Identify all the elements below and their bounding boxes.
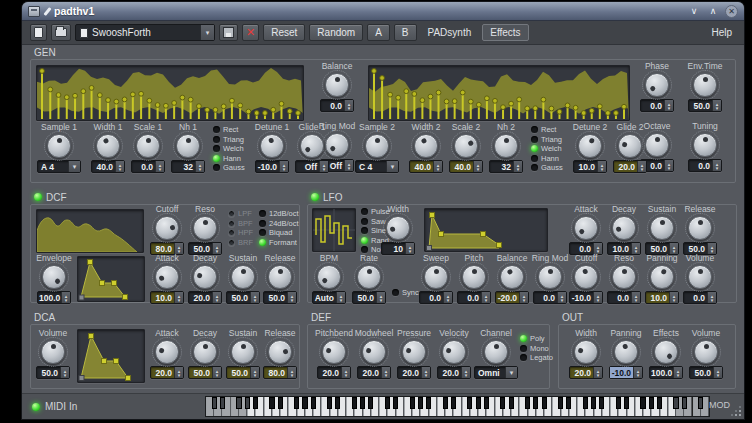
lfo-reso[interactable]: Reso0.0▴▾ [606,254,642,304]
gen-osc2-nh-knob[interactable] [494,134,518,158]
black-key[interactable] [467,397,472,409]
lfo-panning-knob[interactable] [650,265,674,289]
dcf-sustain[interactable]: Sustain50.0▴▾ [225,254,261,304]
gen-balance[interactable]: Balance0.0▴▾ [311,62,363,112]
preset-dropdown-arrow[interactable]: ▾ [200,25,214,40]
tab-effects[interactable]: Effects [482,24,528,41]
black-key[interactable] [624,397,629,409]
b-button[interactable]: B [394,24,417,41]
out-volume[interactable]: Volume50.0▴▾ [687,329,725,379]
lfo-bpm[interactable]: BPMAuto▴▾ [310,254,348,304]
gen-osc1-width-value-box[interactable]: 40.0▴▾ [91,160,125,173]
dca-sustain-knob[interactable] [231,340,255,364]
gen-osc1-width-knob[interactable] [96,134,120,158]
gen-osc1-detune-knob[interactable] [260,134,284,158]
dca-decay-knob[interactable] [193,340,217,364]
gen-osc1-scale[interactable]: Scale 10.0▴▾ [129,123,167,173]
lfo-reso-spin-buttons[interactable]: ▴▾ [631,292,640,303]
lfo-volume-value-box[interactable]: 0.0▴▾ [683,291,717,304]
dca-volume-value-box[interactable]: 50.0▴▾ [36,366,70,379]
gen-osc1-scale-value-box[interactable]: 0.0▴▾ [131,160,165,173]
def-channel-value-box[interactable]: Omni▾ [474,366,518,379]
out-width-value-box[interactable]: 20.0▴▾ [569,366,603,379]
dca-release[interactable]: Release80.0▴▾ [262,329,298,379]
dcf-sustain-value-box[interactable]: 50.0▴▾ [226,291,260,304]
gen-envtime-value-box[interactable]: 50.0▴▾ [688,99,722,112]
gen-osc1-width[interactable]: Width 140.0▴▾ [89,123,127,173]
lfo-cutoff-knob[interactable] [574,265,598,289]
dcf-filter-type-option-bpf[interactable]: BPF [228,220,253,227]
lfo-bpm-value-box[interactable]: Auto▴▾ [312,291,346,304]
lfo-sweep[interactable]: Sweep0.0▴▾ [418,254,454,304]
dcf-decay[interactable]: Decay20.0▴▾ [187,254,223,304]
black-key[interactable] [640,397,645,409]
gen-osc1-detune[interactable]: Detune 1-10.0▴▾ [253,123,291,173]
gen-envtime-spin-buttons[interactable]: ▴▾ [712,100,721,111]
lfo-sweep-knob[interactable] [424,265,448,289]
dca-release-value-box[interactable]: 80.0▴▾ [263,366,297,379]
lfo-attack[interactable]: Attack0.0▴▾ [568,205,604,255]
gen-osc1-glide[interactable]: Glide 1Off▴▾ [293,123,331,173]
black-key[interactable] [443,397,448,409]
dcf-filter-slope-option-biquad[interactable]: Biquad [259,229,299,236]
lfo-ringmod[interactable]: Ring Mod0.0▴▾ [532,254,568,304]
def-key-mode-option-poly[interactable]: Poly [520,335,553,342]
lfo-reso-knob[interactable] [612,265,636,289]
lfo-ringmod-value-box[interactable]: 0.0▴▾ [533,291,567,304]
a-button[interactable]: A [367,24,390,41]
black-key[interactable] [566,397,571,409]
black-key[interactable] [616,397,621,409]
lfo-volume-spin-buttons[interactable]: ▴▾ [707,292,716,303]
dca-sustain-spin-buttons[interactable]: ▴▾ [250,367,259,378]
gen-osc1-scale-knob[interactable] [136,134,160,158]
def-key-mode[interactable]: PolyMonoLegato [520,335,553,361]
black-key[interactable] [253,397,258,409]
dca-sustain[interactable]: Sustain50.0▴▾ [225,329,261,379]
dcf-filter-slope-option-12dboct[interactable]: 12dB/oct [259,210,299,217]
mod-label[interactable]: MOD [709,400,730,410]
dcf-release[interactable]: Release50.0▴▾ [262,254,298,304]
out-panning-knob[interactable] [614,340,638,364]
black-key[interactable] [294,397,299,409]
delete-preset-button[interactable]: ✕ [242,24,259,41]
black-key[interactable] [426,397,431,409]
lfo-rate-value-box[interactable]: 50.0▴▾ [352,291,386,304]
def-velocity-spin-buttons[interactable]: ▴▾ [461,367,470,378]
lfo-sustain-knob[interactable] [650,216,674,240]
gen-osc2-detune-value-box[interactable]: 10.0▴▾ [573,160,607,173]
out-volume-spin-buttons[interactable]: ▴▾ [713,367,722,378]
lfo-balance-spin-buttons[interactable]: ▴▾ [519,292,528,303]
lfo-sweep-spin-buttons[interactable]: ▴▾ [443,292,452,303]
gen-phase-value-box[interactable]: 0.0▴▾ [640,99,674,112]
black-key[interactable] [368,397,373,409]
lfo-width-spin-buttons[interactable]: ▴▾ [405,243,414,254]
dcf-release-knob[interactable] [268,265,292,289]
gen-ringmod-spin-buttons[interactable]: ▴▾ [344,160,353,171]
gen-osc2-window-option-triang[interactable]: Triang [531,136,563,143]
def-key-mode-option-mono[interactable]: Mono [520,345,553,352]
gen-osc2-scale-spin-buttons[interactable]: ▴▾ [473,161,482,172]
dca-release-spin-buttons[interactable]: ▴▾ [287,367,296,378]
gen-tuning-knob[interactable] [693,133,717,157]
lfo-cutoff-value-box[interactable]: -10.0▴▾ [569,291,603,304]
gen-osc2-scale[interactable]: Scale 240.0▴▾ [447,123,485,173]
gen-osc1-scale-spin-buttons[interactable]: ▴▾ [155,161,164,172]
lfo-cutoff[interactable]: Cutoff-10.0▴▾ [568,254,604,304]
gen-osc2-sample[interactable]: Sample 2C 4▾ [353,123,401,173]
def-pitchbend-spin-buttons[interactable]: ▴▾ [341,367,350,378]
dca-volume[interactable]: Volume50.0▴▾ [33,329,73,379]
gen-tuning-spin-buttons[interactable]: ▴▾ [712,160,721,171]
out-width-knob[interactable] [574,340,598,364]
gen-osc1-window-option-triang[interactable]: Triang [213,136,245,143]
gen-envtime[interactable]: Env.Time50.0▴▾ [683,62,727,112]
gen-osc2-glide-spin-buttons[interactable]: ▴▾ [637,161,646,172]
lfo-bpm-knob[interactable] [317,265,341,289]
black-key[interactable] [599,397,604,409]
lfo-pitch[interactable]: Pitch0.0▴▾ [456,254,492,304]
dcf-attack-knob[interactable] [155,265,179,289]
def-pitchbend[interactable]: Pitchbend20.0▴▾ [314,329,354,379]
def-pressure-spin-buttons[interactable]: ▴▾ [421,367,430,378]
dca-attack[interactable]: Attack20.0▴▾ [149,329,185,379]
lfo-balance-knob[interactable] [500,265,524,289]
dcf-release-spin-buttons[interactable]: ▴▾ [287,292,296,303]
